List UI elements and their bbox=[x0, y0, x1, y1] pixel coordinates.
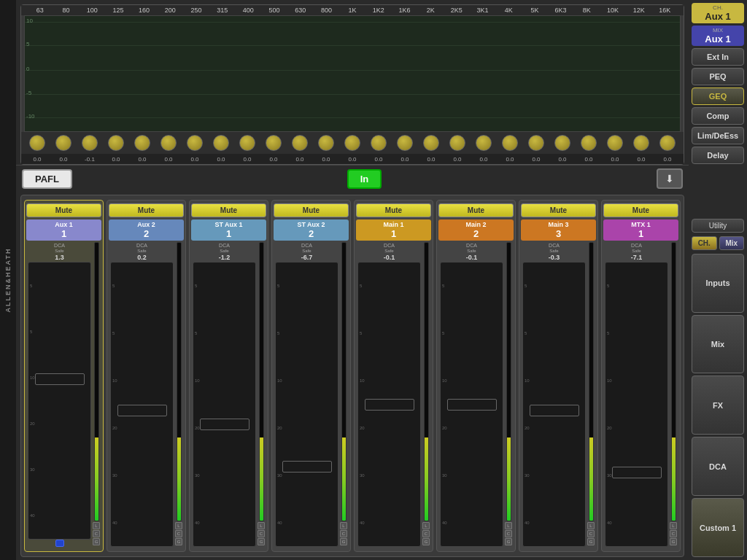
eq-knob[interactable] bbox=[213, 135, 229, 151]
fader-handle-mtx1[interactable] bbox=[612, 467, 662, 478]
mute-button-main2[interactable]: Mute bbox=[438, 203, 514, 217]
comp-button[interactable]: Comp bbox=[692, 107, 744, 125]
mute-button-main1[interactable]: Mute bbox=[356, 203, 431, 217]
fader-track-main1[interactable]: 5510203040 bbox=[357, 262, 421, 547]
lcg-btn-g-staux2[interactable]: G bbox=[340, 538, 347, 545]
dca-button[interactable]: DCA bbox=[692, 437, 744, 496]
pafl-button[interactable]: PAFL bbox=[22, 169, 72, 189]
lcg-btn-g-main2[interactable]: G bbox=[505, 538, 512, 545]
lcg-btn-c-aux2[interactable]: C bbox=[175, 530, 182, 537]
mute-button-mtx1[interactable]: Mute bbox=[603, 203, 678, 217]
mute-button-aux1[interactable]: Mute bbox=[26, 203, 101, 217]
ext-in-button[interactable]: Ext In bbox=[692, 48, 744, 66]
lcg-btn-l-staux1[interactable]: L bbox=[258, 522, 265, 529]
fader-handle-main2[interactable] bbox=[447, 399, 497, 411]
lcg-btn-l-mtx1[interactable]: L bbox=[670, 522, 677, 529]
in-button[interactable]: In bbox=[347, 169, 382, 189]
eq-knob[interactable] bbox=[423, 135, 439, 151]
eq-knob[interactable] bbox=[449, 135, 465, 151]
mute-button-main3[interactable]: Mute bbox=[521, 203, 596, 217]
lcg-btn-l-main3[interactable]: L bbox=[587, 522, 595, 529]
lcg-col-main2: LCG bbox=[505, 522, 512, 545]
mute-button-staux1[interactable]: Mute bbox=[191, 203, 266, 217]
mute-button-aux2[interactable]: Mute bbox=[109, 203, 184, 217]
eq-knob[interactable] bbox=[502, 135, 518, 151]
fader-track-aux2[interactable]: 5510203040 bbox=[110, 262, 174, 547]
lcg-btn-g-staux1[interactable]: G bbox=[258, 538, 265, 545]
lcg-btn-c-main1[interactable]: C bbox=[422, 530, 430, 537]
lcg-btn-g-mtx1[interactable]: G bbox=[670, 538, 677, 545]
eq-knob[interactable] bbox=[581, 135, 597, 151]
eq-knob[interactable] bbox=[55, 135, 71, 151]
eq-knob[interactable] bbox=[239, 135, 255, 151]
eq-knob[interactable] bbox=[134, 135, 150, 151]
lim-deess-button[interactable]: Lim/DeEss bbox=[692, 127, 744, 144]
eq-knob[interactable] bbox=[187, 135, 203, 151]
lcg-btn-c-staux2[interactable]: C bbox=[340, 530, 347, 537]
eq-knob[interactable] bbox=[292, 135, 308, 151]
lcg-btn-c-main2[interactable]: C bbox=[505, 530, 512, 537]
freq-label: 4K bbox=[495, 7, 522, 14]
lcg-btn-g-main1[interactable]: G bbox=[422, 538, 430, 545]
eq-knob[interactable] bbox=[554, 135, 570, 151]
lcg-btn-g-aux2[interactable]: G bbox=[175, 538, 182, 545]
eq-knob[interactable] bbox=[607, 135, 623, 151]
eq-knob[interactable] bbox=[82, 135, 98, 151]
lcg-btn-l-aux2[interactable]: L bbox=[175, 522, 182, 529]
custom-button[interactable]: Custom 1 bbox=[692, 498, 744, 557]
lcg-btn-c-staux1[interactable]: C bbox=[258, 530, 265, 537]
fader-handle-staux2[interactable] bbox=[282, 461, 332, 472]
fader-track-staux2[interactable]: 5510203040 bbox=[275, 262, 338, 547]
blue-indicator-aux1[interactable] bbox=[55, 540, 64, 547]
fader-handle-staux1[interactable] bbox=[200, 419, 249, 430]
lcg-btn-c-mtx1[interactable]: C bbox=[670, 530, 677, 537]
fader-area-main2: DCASafe-0.15510203040LCG bbox=[438, 241, 514, 548]
eq-knob[interactable] bbox=[160, 135, 177, 151]
mute-button-staux2[interactable]: Mute bbox=[274, 203, 349, 217]
lcg-col-aux2: LCG bbox=[175, 522, 182, 545]
eq-knob[interactable] bbox=[318, 135, 334, 151]
lcg-btn-g-aux1[interactable]: G bbox=[93, 538, 100, 545]
mix-small-button[interactable]: Mix bbox=[719, 236, 745, 250]
eq-knob[interactable] bbox=[266, 135, 282, 151]
ch-small-button[interactable]: CH. bbox=[692, 236, 717, 250]
fader-handle-main1[interactable] bbox=[365, 399, 414, 411]
eq-value-label: 0.0 bbox=[453, 156, 461, 163]
fader-track-staux1[interactable]: 5510203040 bbox=[193, 262, 256, 547]
fader-track-aux1[interactable]: 5510203040 bbox=[28, 262, 91, 540]
inputs-button[interactable]: Inputs bbox=[692, 254, 744, 313]
lcg-btn-c-main3[interactable]: C bbox=[587, 530, 595, 537]
channel-name-staux1: ST Aux 11 bbox=[191, 219, 266, 241]
lcg-btn-l-staux2[interactable]: L bbox=[340, 522, 347, 529]
fader-handle-aux1[interactable] bbox=[35, 373, 85, 385]
lcg-btn-l-main1[interactable]: L bbox=[422, 522, 430, 529]
eq-knob[interactable] bbox=[397, 135, 413, 151]
eq-knob[interactable] bbox=[659, 135, 676, 151]
eq-knob[interactable] bbox=[476, 135, 492, 151]
utility-button[interactable]: Utility bbox=[692, 219, 744, 233]
fader-track-main3[interactable]: 5510203040 bbox=[522, 262, 586, 547]
brand-bar: ALLEN&HEATH bbox=[0, 0, 16, 560]
fader-handle-aux2[interactable] bbox=[117, 405, 167, 416]
fader-track-mtx1[interactable]: 5510203040 bbox=[605, 262, 668, 547]
fx-button[interactable]: FX bbox=[692, 376, 744, 435]
lcg-btn-l-main2[interactable]: L bbox=[505, 522, 512, 529]
eq-knob[interactable] bbox=[528, 135, 544, 151]
geq-button[interactable]: GEQ bbox=[692, 88, 744, 105]
lcg-btn-g-main3[interactable]: G bbox=[587, 538, 595, 545]
eq-knob[interactable] bbox=[29, 135, 45, 151]
download-button[interactable]: ⬇ bbox=[657, 168, 683, 189]
eq-knob[interactable] bbox=[633, 135, 649, 151]
lcg-btn-c-aux1[interactable]: C bbox=[93, 530, 100, 537]
eq-value-col: 0.0 bbox=[576, 155, 602, 163]
eq-knob[interactable] bbox=[344, 135, 360, 151]
mix-nav-button[interactable]: Mix bbox=[692, 315, 744, 374]
peq-button[interactable]: PEQ bbox=[692, 68, 744, 85]
delay-button[interactable]: Delay bbox=[692, 147, 744, 164]
fader-handle-main3[interactable] bbox=[530, 405, 579, 416]
eq-knob[interactable] bbox=[108, 135, 124, 151]
lcg-btn-l-aux1[interactable]: L bbox=[93, 522, 100, 529]
fader-track-main2[interactable]: 5510203040 bbox=[440, 262, 503, 547]
eq-knob[interactable] bbox=[371, 135, 387, 151]
eq-value-label: 0.0 bbox=[479, 156, 487, 163]
